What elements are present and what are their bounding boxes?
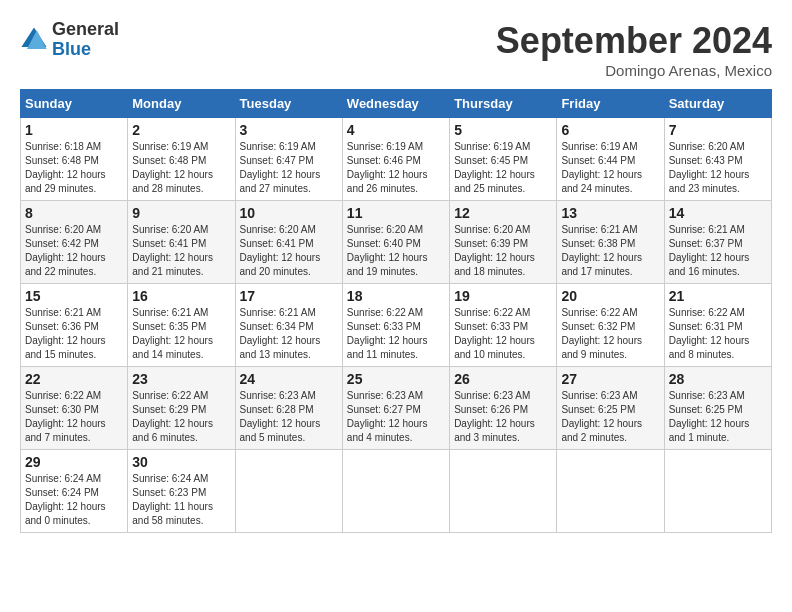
day-number: 1 [25, 122, 123, 138]
day-info: Sunrise: 6:24 AMSunset: 6:24 PMDaylight:… [25, 473, 106, 526]
day-info: Sunrise: 6:21 AMSunset: 6:37 PMDaylight:… [669, 224, 750, 277]
day-info: Sunrise: 6:21 AMSunset: 6:35 PMDaylight:… [132, 307, 213, 360]
day-info: Sunrise: 6:23 AMSunset: 6:25 PMDaylight:… [669, 390, 750, 443]
day-number: 8 [25, 205, 123, 221]
col-monday: Monday [128, 90, 235, 118]
day-info: Sunrise: 6:22 AMSunset: 6:33 PMDaylight:… [347, 307, 428, 360]
day-cell-25: 25 Sunrise: 6:23 AMSunset: 6:27 PMDaylig… [342, 367, 449, 450]
day-info: Sunrise: 6:19 AMSunset: 6:44 PMDaylight:… [561, 141, 642, 194]
day-cell-7: 7 Sunrise: 6:20 AMSunset: 6:43 PMDayligh… [664, 118, 771, 201]
day-cell-20: 20 Sunrise: 6:22 AMSunset: 6:32 PMDaylig… [557, 284, 664, 367]
day-number: 9 [132, 205, 230, 221]
day-cell-21: 21 Sunrise: 6:22 AMSunset: 6:31 PMDaylig… [664, 284, 771, 367]
day-number: 6 [561, 122, 659, 138]
day-info: Sunrise: 6:20 AMSunset: 6:42 PMDaylight:… [25, 224, 106, 277]
day-number: 16 [132, 288, 230, 304]
day-info: Sunrise: 6:21 AMSunset: 6:34 PMDaylight:… [240, 307, 321, 360]
day-cell-19: 19 Sunrise: 6:22 AMSunset: 6:33 PMDaylig… [450, 284, 557, 367]
day-info: Sunrise: 6:20 AMSunset: 6:43 PMDaylight:… [669, 141, 750, 194]
day-number: 12 [454, 205, 552, 221]
day-cell-4: 4 Sunrise: 6:19 AMSunset: 6:46 PMDayligh… [342, 118, 449, 201]
day-info: Sunrise: 6:20 AMSunset: 6:40 PMDaylight:… [347, 224, 428, 277]
day-number: 19 [454, 288, 552, 304]
day-number: 13 [561, 205, 659, 221]
day-cell-15: 15 Sunrise: 6:21 AMSunset: 6:36 PMDaylig… [21, 284, 128, 367]
month-title: September 2024 [496, 20, 772, 62]
day-info: Sunrise: 6:23 AMSunset: 6:28 PMDaylight:… [240, 390, 321, 443]
day-number: 10 [240, 205, 338, 221]
day-number: 24 [240, 371, 338, 387]
logo-text: General Blue [52, 20, 119, 60]
day-number: 5 [454, 122, 552, 138]
day-info: Sunrise: 6:22 AMSunset: 6:33 PMDaylight:… [454, 307, 535, 360]
day-info: Sunrise: 6:19 AMSunset: 6:45 PMDaylight:… [454, 141, 535, 194]
day-number: 18 [347, 288, 445, 304]
day-info: Sunrise: 6:24 AMSunset: 6:23 PMDaylight:… [132, 473, 213, 526]
day-info: Sunrise: 6:22 AMSunset: 6:31 PMDaylight:… [669, 307, 750, 360]
day-info: Sunrise: 6:19 AMSunset: 6:48 PMDaylight:… [132, 141, 213, 194]
day-cell-5: 5 Sunrise: 6:19 AMSunset: 6:45 PMDayligh… [450, 118, 557, 201]
day-cell-30: 30 Sunrise: 6:24 AMSunset: 6:23 PMDaylig… [128, 450, 235, 533]
week-row-2: 15 Sunrise: 6:21 AMSunset: 6:36 PMDaylig… [21, 284, 772, 367]
empty-cell [235, 450, 342, 533]
empty-cell [342, 450, 449, 533]
day-cell-18: 18 Sunrise: 6:22 AMSunset: 6:33 PMDaylig… [342, 284, 449, 367]
day-cell-11: 11 Sunrise: 6:20 AMSunset: 6:40 PMDaylig… [342, 201, 449, 284]
day-info: Sunrise: 6:20 AMSunset: 6:41 PMDaylight:… [240, 224, 321, 277]
day-number: 26 [454, 371, 552, 387]
day-number: 11 [347, 205, 445, 221]
day-info: Sunrise: 6:20 AMSunset: 6:39 PMDaylight:… [454, 224, 535, 277]
week-row-1: 8 Sunrise: 6:20 AMSunset: 6:42 PMDayligh… [21, 201, 772, 284]
week-row-3: 22 Sunrise: 6:22 AMSunset: 6:30 PMDaylig… [21, 367, 772, 450]
logo-blue: Blue [52, 39, 91, 59]
day-cell-24: 24 Sunrise: 6:23 AMSunset: 6:28 PMDaylig… [235, 367, 342, 450]
day-info: Sunrise: 6:23 AMSunset: 6:26 PMDaylight:… [454, 390, 535, 443]
day-cell-2: 2 Sunrise: 6:19 AMSunset: 6:48 PMDayligh… [128, 118, 235, 201]
day-number: 14 [669, 205, 767, 221]
title-area: September 2024 Domingo Arenas, Mexico [496, 20, 772, 79]
day-number: 17 [240, 288, 338, 304]
day-number: 23 [132, 371, 230, 387]
day-number: 2 [132, 122, 230, 138]
col-thursday: Thursday [450, 90, 557, 118]
col-friday: Friday [557, 90, 664, 118]
day-number: 7 [669, 122, 767, 138]
day-cell-9: 9 Sunrise: 6:20 AMSunset: 6:41 PMDayligh… [128, 201, 235, 284]
col-saturday: Saturday [664, 90, 771, 118]
day-cell-26: 26 Sunrise: 6:23 AMSunset: 6:26 PMDaylig… [450, 367, 557, 450]
day-info: Sunrise: 6:22 AMSunset: 6:32 PMDaylight:… [561, 307, 642, 360]
day-cell-12: 12 Sunrise: 6:20 AMSunset: 6:39 PMDaylig… [450, 201, 557, 284]
day-cell-14: 14 Sunrise: 6:21 AMSunset: 6:37 PMDaylig… [664, 201, 771, 284]
week-row-0: 1 Sunrise: 6:18 AMSunset: 6:48 PMDayligh… [21, 118, 772, 201]
day-info: Sunrise: 6:22 AMSunset: 6:30 PMDaylight:… [25, 390, 106, 443]
day-cell-3: 3 Sunrise: 6:19 AMSunset: 6:47 PMDayligh… [235, 118, 342, 201]
day-cell-22: 22 Sunrise: 6:22 AMSunset: 6:30 PMDaylig… [21, 367, 128, 450]
day-info: Sunrise: 6:18 AMSunset: 6:48 PMDaylight:… [25, 141, 106, 194]
day-info: Sunrise: 6:21 AMSunset: 6:36 PMDaylight:… [25, 307, 106, 360]
day-cell-8: 8 Sunrise: 6:20 AMSunset: 6:42 PMDayligh… [21, 201, 128, 284]
logo: General Blue [20, 20, 119, 60]
location: Domingo Arenas, Mexico [496, 62, 772, 79]
day-info: Sunrise: 6:19 AMSunset: 6:47 PMDaylight:… [240, 141, 321, 194]
empty-cell [664, 450, 771, 533]
day-info: Sunrise: 6:21 AMSunset: 6:38 PMDaylight:… [561, 224, 642, 277]
day-cell-10: 10 Sunrise: 6:20 AMSunset: 6:41 PMDaylig… [235, 201, 342, 284]
empty-cell [450, 450, 557, 533]
day-cell-1: 1 Sunrise: 6:18 AMSunset: 6:48 PMDayligh… [21, 118, 128, 201]
logo-general: General [52, 19, 119, 39]
day-cell-27: 27 Sunrise: 6:23 AMSunset: 6:25 PMDaylig… [557, 367, 664, 450]
day-number: 29 [25, 454, 123, 470]
col-wednesday: Wednesday [342, 90, 449, 118]
day-info: Sunrise: 6:20 AMSunset: 6:41 PMDaylight:… [132, 224, 213, 277]
logo-icon [20, 26, 48, 54]
day-number: 21 [669, 288, 767, 304]
day-number: 28 [669, 371, 767, 387]
calendar-table: Sunday Monday Tuesday Wednesday Thursday… [20, 89, 772, 533]
week-row-4: 29 Sunrise: 6:24 AMSunset: 6:24 PMDaylig… [21, 450, 772, 533]
col-tuesday: Tuesday [235, 90, 342, 118]
day-number: 20 [561, 288, 659, 304]
col-sunday: Sunday [21, 90, 128, 118]
day-cell-28: 28 Sunrise: 6:23 AMSunset: 6:25 PMDaylig… [664, 367, 771, 450]
day-info: Sunrise: 6:22 AMSunset: 6:29 PMDaylight:… [132, 390, 213, 443]
empty-cell [557, 450, 664, 533]
